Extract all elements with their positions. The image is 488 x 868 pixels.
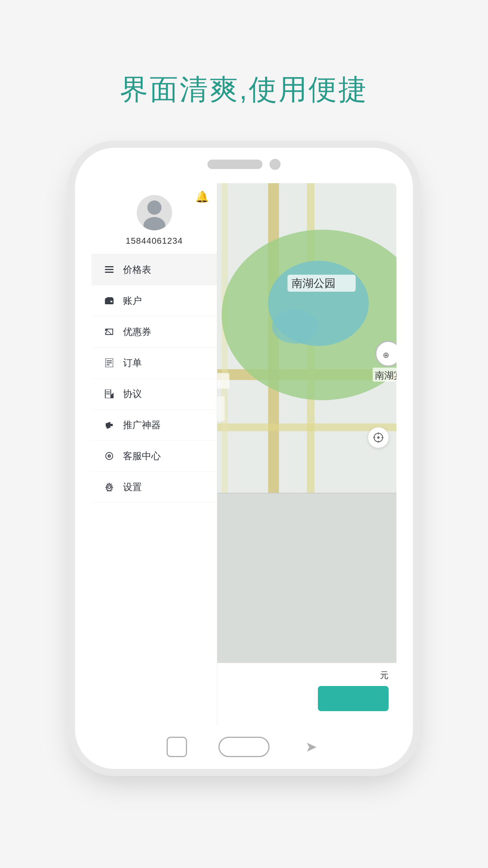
svg-rect-14 xyxy=(106,364,110,365)
settings-label: 设置 xyxy=(123,481,142,493)
sidebar-item-promo[interactable]: 推广神器 xyxy=(92,410,217,441)
svg-rect-13 xyxy=(106,362,112,363)
phone-top-bar xyxy=(207,159,281,170)
phone-nav-home[interactable] xyxy=(218,737,270,757)
phone-camera xyxy=(270,159,281,170)
phone-speaker xyxy=(207,160,262,169)
svg-point-8 xyxy=(105,331,107,333)
svg-rect-20 xyxy=(106,427,109,428)
service-label: 客服中心 xyxy=(123,450,161,462)
svg-rect-42 xyxy=(217,396,225,421)
sidebar-item-service[interactable]: 客服中心 xyxy=(92,441,217,472)
order-label: 订单 xyxy=(123,357,142,369)
svg-point-0 xyxy=(147,200,161,215)
phone-nav-back[interactable]: ➤ xyxy=(301,737,321,757)
svg-point-33 xyxy=(272,309,318,344)
agreement-label: 协议 xyxy=(123,388,142,400)
svg-point-1 xyxy=(143,217,165,230)
order-icon xyxy=(103,356,116,370)
svg-rect-12 xyxy=(106,360,112,361)
page-headline: 界面清爽,使用便捷 xyxy=(120,71,368,108)
svg-rect-2 xyxy=(105,266,114,267)
svg-rect-17 xyxy=(106,394,110,394)
phone-mockup: 🔔 15844061234 xyxy=(75,148,413,769)
coupon-icon xyxy=(103,325,116,338)
svg-text:⊕: ⊕ xyxy=(383,351,389,359)
svg-text:南湖宾馆: 南湖宾馆 xyxy=(375,370,396,381)
booking-panel: 元 xyxy=(217,663,396,726)
svg-point-50 xyxy=(377,436,380,439)
promo-label: 推广神器 xyxy=(123,419,161,431)
app-content: 🔔 15844061234 xyxy=(92,183,396,726)
location-button[interactable] xyxy=(368,427,389,448)
svg-point-23 xyxy=(109,456,110,457)
sidebar-item-settings[interactable]: 设置 xyxy=(92,472,217,503)
avatar xyxy=(137,195,172,230)
map-area: 专车 xyxy=(217,183,396,726)
svg-rect-4 xyxy=(105,272,114,273)
wallet-icon xyxy=(103,294,116,307)
list-icon xyxy=(103,263,116,276)
sidebar-item-account[interactable]: 账户 xyxy=(92,285,217,316)
sidebar-item-price-list[interactable]: 价格表 xyxy=(92,254,217,285)
agreement-icon xyxy=(103,387,116,401)
svg-rect-19 xyxy=(110,424,113,426)
sidebar-menu: 价格表 账户 xyxy=(92,254,217,726)
service-icon xyxy=(103,449,116,463)
promo-icon xyxy=(103,418,116,432)
user-phone-number: 15844061234 xyxy=(126,236,183,246)
price-list-label: 价格表 xyxy=(123,263,151,276)
svg-point-24 xyxy=(108,486,111,489)
svg-rect-16 xyxy=(106,392,110,392)
svg-point-9 xyxy=(106,329,108,331)
phone-nav-recent[interactable] xyxy=(167,737,187,757)
sidebar-drawer: 🔔 15844061234 xyxy=(92,183,217,726)
book-button[interactable] xyxy=(318,686,389,711)
bell-icon[interactable]: 🔔 xyxy=(195,190,209,203)
svg-line-10 xyxy=(108,331,112,335)
price-text: 元 xyxy=(380,669,389,681)
svg-rect-7 xyxy=(110,301,112,302)
svg-rect-3 xyxy=(105,269,114,270)
phone-screen: 🔔 15844061234 xyxy=(92,183,396,726)
svg-rect-36 xyxy=(217,373,229,388)
svg-rect-6 xyxy=(105,300,114,301)
coupon-label: 优惠券 xyxy=(123,326,151,338)
sidebar-item-order[interactable]: 订单 xyxy=(92,348,217,379)
svg-text:南湖公园: 南湖公园 xyxy=(292,277,336,289)
phone-bottom-bar: ➤ xyxy=(167,737,321,757)
sidebar-header: 🔔 15844061234 xyxy=(92,183,217,254)
sidebar-item-coupon[interactable]: 优惠券 xyxy=(92,316,217,348)
account-label: 账户 xyxy=(123,294,142,307)
settings-icon xyxy=(103,480,116,494)
sidebar-item-agreement[interactable]: 协议 xyxy=(92,379,217,410)
